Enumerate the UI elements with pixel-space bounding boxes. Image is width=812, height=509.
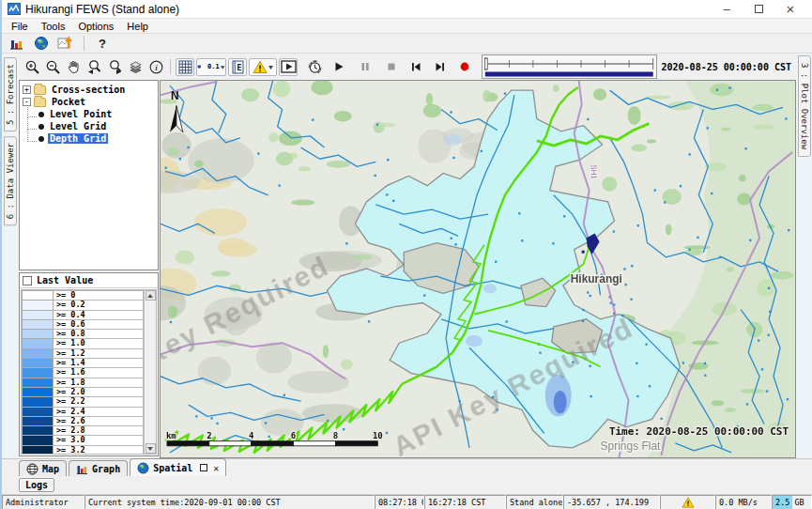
- globe-icon: [137, 462, 149, 474]
- tree-item-label: Level Grid: [48, 121, 108, 131]
- legend-swatch: [22, 358, 54, 367]
- legend-row: >= 2.8: [22, 425, 144, 435]
- logs-button[interactable]: Logs: [19, 478, 54, 492]
- legend-value: >= 1.4: [54, 358, 144, 367]
- menu-item-file[interactable]: File: [6, 20, 34, 33]
- folder-icon: [34, 98, 46, 107]
- timeline-slider[interactable]: [482, 54, 657, 79]
- tree-connector: [27, 117, 37, 130]
- legend-swatch: [22, 338, 54, 347]
- legend-swatch: [22, 378, 54, 387]
- legend-row: >= 1.0: [22, 338, 144, 347]
- tree-item-label: Depth Grid: [48, 133, 108, 144]
- zoom-previous-icon[interactable]: [84, 58, 103, 76]
- legend-row: >= 2.6: [22, 416, 144, 425]
- layers-icon[interactable]: [126, 58, 145, 76]
- pan-hand-icon[interactable]: [64, 58, 83, 76]
- legend-value: >= 0.4: [54, 310, 144, 319]
- legend-panel: Last Value >= 0>= 0.2>= 0.4>= 0.6>= 0.8>…: [19, 272, 159, 456]
- tab-spatial-label: Spatial: [153, 463, 192, 473]
- main-toolbar: ?: [2, 34, 812, 54]
- timeline-thumb[interactable]: [484, 58, 487, 69]
- tree-connector: [27, 130, 37, 142]
- tree-item-depth-grid[interactable]: Depth Grid: [21, 132, 157, 145]
- step-back-button[interactable]: [406, 58, 425, 76]
- svg-text:km: km: [166, 431, 176, 440]
- map-globe-icon[interactable]: [32, 35, 51, 53]
- right-tab-strip: 3 : Plot Overview: [796, 54, 812, 458]
- spatial-display-icon[interactable]: [56, 35, 75, 53]
- minimize-button[interactable]: –: [711, 1, 743, 18]
- status-warning-cell[interactable]: [660, 495, 715, 509]
- tab-spatial[interactable]: Spatial ✕: [130, 458, 226, 476]
- tree-item-level-grid[interactable]: Level Grid: [21, 120, 157, 132]
- legend-value: >= 0.6: [54, 319, 144, 329]
- info-icon[interactable]: i: [146, 58, 165, 76]
- legend-row: >= 1.4: [22, 358, 144, 367]
- scroll-down-icon[interactable]: [146, 443, 156, 454]
- map-view[interactable]: API Key Required API Key Required Hikura…: [160, 80, 796, 458]
- legend-swatch: [22, 310, 54, 319]
- bottom-tab-bar: Map Graph Spatial ✕: [2, 458, 812, 476]
- zoom-out-icon[interactable]: [43, 58, 62, 76]
- legend-scrollbar[interactable]: [144, 290, 156, 454]
- folder-icon: [34, 85, 46, 95]
- bar-chart-icon: [76, 463, 88, 475]
- svg-text:i: i: [155, 63, 158, 72]
- play-button[interactable]: [329, 58, 348, 76]
- contour-threshold-dropdown[interactable]: 0.1: [196, 58, 226, 76]
- status-mode: Stand alone: [506, 495, 563, 509]
- tab-map-label: Map: [42, 464, 59, 474]
- tree-item-level-point[interactable]: Level Point: [21, 108, 157, 120]
- record-button[interactable]: [455, 58, 474, 76]
- svg-text:8: 8: [333, 431, 338, 440]
- zoom-in-icon[interactable]: [23, 58, 41, 76]
- legend-swatch: [22, 407, 54, 416]
- tab-close-icon[interactable]: ✕: [213, 463, 219, 473]
- tree-item-cross-section[interactable]: +Cross-section: [21, 84, 157, 96]
- status-local-time: 16:27:18 CST: [424, 495, 506, 509]
- svg-text:N: N: [171, 89, 179, 102]
- layer-tree: +Cross-section-PocketLevel PointLevel Gr…: [19, 80, 159, 270]
- tab-forecast[interactable]: 5 : Forecast: [4, 57, 17, 131]
- tree-item-pocket[interactable]: -Pocket: [21, 96, 157, 108]
- scroll-up-icon[interactable]: [146, 290, 156, 301]
- legend-value: >= 1.0: [54, 338, 144, 347]
- tab-data-viewer[interactable]: 6 : Data Viewer: [4, 136, 17, 225]
- svg-text:E: E: [237, 63, 241, 72]
- timeline-datetime: 2020-08-25 00:00:00 CST: [659, 62, 794, 72]
- maximize-button[interactable]: [743, 1, 774, 18]
- legend-toggle-icon[interactable]: E: [228, 58, 247, 76]
- legend-swatch: [22, 396, 54, 406]
- menu-item-options[interactable]: Options: [72, 20, 119, 33]
- menu-item-tools[interactable]: Tools: [36, 20, 71, 33]
- menu-item-help[interactable]: Help: [121, 20, 154, 33]
- legend-value: >= 1.8: [54, 378, 144, 387]
- tab-map[interactable]: Map: [19, 460, 67, 476]
- tab-graph[interactable]: Graph: [69, 460, 128, 476]
- zoom-next-icon[interactable]: [105, 58, 124, 76]
- last-value-checkbox[interactable]: [23, 276, 32, 285]
- help-button[interactable]: ?: [93, 35, 112, 53]
- tab-maximize-icon[interactable]: [200, 464, 207, 471]
- stop-button[interactable]: [382, 58, 401, 76]
- status-user: Administrator: [2, 495, 84, 509]
- contour-value: 0.1: [207, 63, 220, 70]
- legend-value: >= 2.8: [54, 425, 144, 435]
- tab-plot-overview[interactable]: 3 : Plot Overview: [798, 55, 811, 157]
- tree-toggle-icon[interactable]: +: [23, 85, 31, 94]
- animation-export-icon[interactable]: [279, 58, 298, 76]
- close-button[interactable]: ×: [774, 1, 806, 18]
- legend-value: >= 1.2: [54, 348, 144, 358]
- animation-timer-icon[interactable]: [305, 58, 324, 76]
- legend-row: >= 1.2: [22, 348, 144, 358]
- legend-swatch: [22, 290, 54, 300]
- database-icon[interactable]: [8, 35, 26, 53]
- legend-swatch: [22, 445, 54, 454]
- legend-swatch: [22, 367, 54, 377]
- legend-value: >= 2.6: [54, 416, 144, 425]
- grid-toggle-icon[interactable]: [176, 58, 194, 76]
- step-forward-button[interactable]: [431, 58, 450, 76]
- pause-button[interactable]: [356, 58, 375, 76]
- warnings-dropdown[interactable]: [249, 58, 277, 76]
